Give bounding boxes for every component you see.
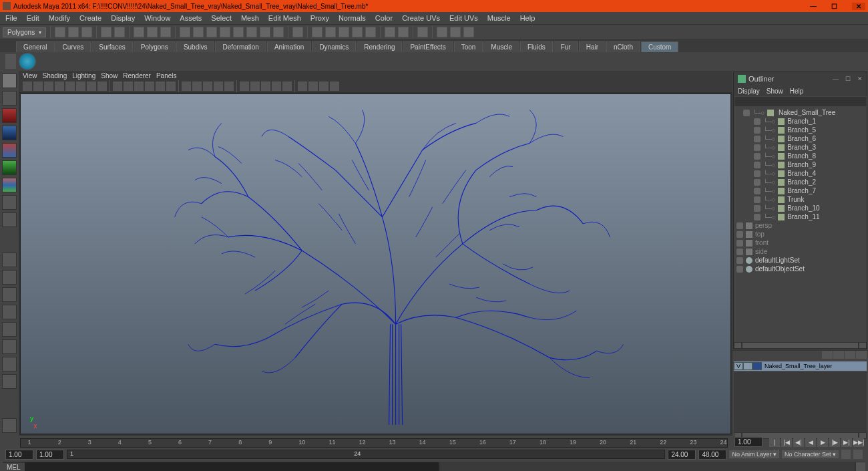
- paint-select-tool[interactable]: [2, 108, 17, 123]
- outliner-menu-show[interactable]: Show: [767, 88, 783, 95]
- viewport[interactable]: y x: [20, 94, 731, 434]
- vp-toolbar-icon-18[interactable]: [224, 82, 234, 91]
- script-editor-button[interactable]: [856, 462, 865, 471]
- vp-toolbar-icon-10[interactable]: [134, 82, 144, 91]
- shelf-tab-toon[interactable]: Toon: [454, 41, 483, 52]
- vp-menu-view[interactable]: View: [23, 72, 37, 80]
- outliner-title-bar[interactable]: Outliner — ☐ ✕: [734, 72, 867, 86]
- vp-menu-panels[interactable]: Panels: [156, 72, 177, 80]
- anim-layer-dropdown[interactable]: No Anim Layer ▾: [729, 450, 779, 458]
- layer-type-toggle[interactable]: [743, 362, 752, 370]
- menu-window[interactable]: Window: [142, 14, 173, 22]
- vp-menu-renderer[interactable]: Renderer: [123, 72, 151, 80]
- outliner-camera-persp[interactable]: persp: [735, 221, 865, 230]
- outliner-menu-display[interactable]: Display: [738, 88, 760, 95]
- menu-display[interactable]: Display: [108, 14, 138, 22]
- outliner-camera-top[interactable]: top: [735, 230, 865, 239]
- shelf-tab-curves[interactable]: Curves: [55, 41, 91, 52]
- mode-dropdown[interactable]: Polygons: [3, 27, 46, 37]
- menu-mesh[interactable]: Mesh: [238, 14, 262, 22]
- menu-normals[interactable]: Normals: [336, 14, 369, 22]
- vp-toolbar-icon-25[interactable]: [308, 82, 318, 91]
- play-back-button[interactable]: ◀: [805, 438, 816, 447]
- outliner-item-trunk[interactable]: └─○Trunk: [735, 195, 865, 204]
- soft-mod-tool[interactable]: [2, 195, 17, 210]
- menu-create-uvs[interactable]: Create UVs: [399, 14, 443, 22]
- outliner-item-branch_10[interactable]: └─○Branch_10: [735, 204, 865, 212]
- select-tool[interactable]: [2, 73, 17, 88]
- layout-persp-outliner-icon[interactable]: [2, 322, 17, 337]
- vp-menu-show[interactable]: Show: [101, 72, 118, 80]
- character-set-dropdown[interactable]: No Character Set ▾: [782, 450, 839, 458]
- outliner-item-branch_4[interactable]: └─○Branch_4: [735, 169, 865, 178]
- menu-edit-mesh[interactable]: Edit Mesh: [266, 14, 304, 22]
- visibility-toggle[interactable]: [754, 179, 761, 186]
- snap-live-icon[interactable]: [233, 27, 244, 37]
- outliner-item-branch_11[interactable]: └─○Branch_11: [735, 212, 865, 221]
- menu-edit[interactable]: Edit: [24, 14, 42, 22]
- shelf-tab-dynamics[interactable]: Dynamics: [312, 41, 356, 52]
- vp-toolbar-icon-19[interactable]: [240, 82, 249, 91]
- open-scene-icon[interactable]: [68, 27, 79, 37]
- range-slider[interactable]: 1 24: [67, 450, 665, 459]
- shelf-tab-animation[interactable]: Animation: [267, 41, 311, 52]
- outliner-max-button[interactable]: ☐: [845, 75, 851, 82]
- visibility-toggle[interactable]: [754, 144, 761, 151]
- layout-two-side-icon[interactable]: [2, 287, 17, 302]
- save-scene-icon[interactable]: [81, 27, 92, 37]
- redo-icon[interactable]: [114, 27, 125, 37]
- shelf-tab-fluids[interactable]: Fluids: [520, 41, 553, 52]
- misc3-icon[interactable]: [463, 27, 474, 37]
- vp-toolbar-icon-17[interactable]: [214, 82, 223, 91]
- visibility-toggle[interactable]: [736, 231, 743, 238]
- shelf-tab-general[interactable]: General: [16, 41, 55, 52]
- layout-two-stacked-icon[interactable]: [2, 305, 17, 319]
- shelf-tab-painteffects[interactable]: PaintEffects: [403, 41, 453, 52]
- layout-four-icon[interactable]: [398, 27, 409, 37]
- vp-toolbar-icon-0[interactable]: [23, 82, 32, 91]
- menu-edit-uvs[interactable]: Edit UVs: [447, 14, 481, 22]
- layer-row[interactable]: V Naked_Small_Tree_layer: [734, 361, 867, 371]
- snap-point-icon[interactable]: [206, 27, 217, 37]
- render-icon[interactable]: [312, 27, 322, 37]
- vp-toolbar-icon-3[interactable]: [55, 82, 64, 91]
- vp-toolbar-icon-23[interactable]: [282, 82, 292, 91]
- vp-toolbar-icon-9[interactable]: [124, 82, 133, 91]
- shelf-toggle-icon[interactable]: [5, 54, 16, 69]
- anim-start-field[interactable]: 1.00: [5, 450, 33, 460]
- shelf-tab-surfaces[interactable]: Surfaces: [91, 41, 132, 52]
- visibility-toggle[interactable]: [754, 205, 761, 212]
- menu-create[interactable]: Create: [77, 14, 104, 22]
- vp-toolbar-icon-26[interactable]: [319, 82, 329, 91]
- menu-modify[interactable]: Modify: [46, 14, 73, 22]
- outliner-set-defaultObjectSet[interactable]: defaultObjectSet: [735, 265, 865, 273]
- new-scene-icon[interactable]: [55, 27, 65, 37]
- shelf-tab-muscle[interactable]: Muscle: [483, 41, 519, 52]
- show-manip-tool[interactable]: [2, 212, 17, 227]
- visibility-toggle[interactable]: [736, 222, 743, 229]
- op-list-icon[interactable]: [260, 27, 270, 37]
- shelf-tab-ncloth[interactable]: nCloth: [606, 41, 640, 52]
- outliner-set-defaultLightSet[interactable]: defaultLightSet: [735, 256, 865, 265]
- menu-assets[interactable]: Assets: [177, 14, 204, 22]
- select-component-icon[interactable]: [160, 27, 171, 37]
- layout-persp-icon[interactable]: [2, 253, 17, 267]
- layer-vis-toggle[interactable]: V: [734, 362, 743, 370]
- outliner-min-button[interactable]: —: [833, 75, 839, 82]
- visibility-toggle[interactable]: [736, 240, 743, 247]
- render-settings-icon[interactable]: [339, 27, 349, 37]
- visibility-toggle[interactable]: [754, 214, 761, 220]
- move-tool[interactable]: [2, 126, 17, 140]
- outliner-close-button[interactable]: ✕: [857, 75, 863, 82]
- vp-toolbar-icon-15[interactable]: [192, 82, 202, 91]
- outliner-search[interactable]: [734, 97, 866, 106]
- anim-end-field[interactable]: 48.00: [698, 450, 726, 460]
- outliner-item-branch_9[interactable]: └─○Branch_9: [735, 160, 865, 169]
- snap-view-icon[interactable]: [246, 27, 257, 37]
- outliner-item-branch_7[interactable]: └─○Branch_7: [735, 186, 865, 195]
- step-fwd-key-button[interactable]: ▶|: [841, 438, 852, 447]
- visibility-toggle[interactable]: [736, 249, 743, 255]
- visibility-toggle[interactable]: [743, 110, 750, 116]
- visibility-toggle[interactable]: [754, 127, 761, 134]
- go-end-button[interactable]: ▶▶|: [853, 438, 864, 447]
